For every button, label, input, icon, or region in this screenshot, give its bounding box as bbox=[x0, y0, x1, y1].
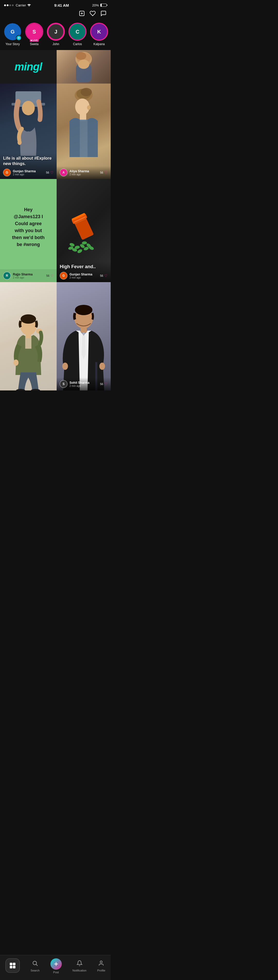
story-item-kalpana[interactable]: K Kalpana bbox=[90, 23, 108, 46]
svg-point-8 bbox=[78, 60, 89, 69]
add-icon[interactable] bbox=[79, 10, 85, 18]
svg-point-6 bbox=[76, 52, 86, 60]
svg-point-39 bbox=[13, 360, 19, 366]
kalpana-avatar-placeholder: K bbox=[91, 24, 107, 40]
post1-likes: 56 ♡ bbox=[46, 170, 54, 175]
battery-icon bbox=[100, 3, 107, 7]
header-image-cell bbox=[57, 50, 111, 84]
brand-logo-cell: mingl bbox=[0, 50, 57, 84]
top-action-bar bbox=[0, 9, 111, 20]
battery-fill bbox=[101, 4, 102, 6]
add-story-btn[interactable]: + bbox=[16, 35, 22, 41]
story-item-your-story[interactable]: G + Your Story bbox=[3, 23, 22, 46]
story-item-sweta[interactable]: S LIVE Sweta bbox=[25, 23, 43, 46]
svg-point-12 bbox=[17, 140, 22, 145]
story-item-carlos[interactable]: C Carlos bbox=[68, 23, 87, 46]
post4-avatar-placeholder: G bbox=[60, 272, 67, 279]
post-sitting-man[interactable] bbox=[0, 282, 57, 390]
your-story-avatar-wrap: G + bbox=[3, 23, 22, 41]
svg-point-46 bbox=[62, 363, 68, 370]
carlos-avatar-wrap: C bbox=[68, 23, 87, 41]
svg-point-25 bbox=[69, 242, 75, 247]
status-right: 20% bbox=[92, 3, 107, 7]
your-story-label: Your Story bbox=[5, 42, 20, 46]
post3-author-info: Rajjo Sharma 2 min ago bbox=[13, 273, 33, 279]
story-item-john[interactable]: J John bbox=[47, 23, 65, 46]
post1-avatar-placeholder: G bbox=[3, 169, 11, 176]
feed-row-1: Life is all about #Explore new things. G… bbox=[0, 84, 111, 179]
green-post-text-area: Hey @James123 I Could agree with you but… bbox=[0, 179, 57, 269]
carlos-avatar-placeholder: C bbox=[70, 24, 85, 40]
sweta-avatar-wrap: S LIVE bbox=[25, 23, 43, 41]
post1-author-row: G Gunjan Sharma 2 min ago 56 ♡ bbox=[3, 169, 54, 177]
svg-rect-45 bbox=[81, 327, 87, 332]
post-gunjan-sharma[interactable]: Life is all about #Explore new things. G… bbox=[0, 84, 57, 179]
header-image-placeholder bbox=[68, 51, 99, 82]
post1-author-left: G Gunjan Sharma 2 min ago bbox=[3, 169, 36, 177]
feed-container: mingl bbox=[0, 50, 111, 390]
post6-likes: 56 ♡ bbox=[100, 382, 107, 386]
post1-quote: Life is all about #Explore new things. bbox=[3, 156, 54, 167]
john-avatar-placeholder: J bbox=[48, 24, 64, 40]
post6-author-name: Sohit Sharma bbox=[70, 381, 89, 385]
status-left: Carrier bbox=[4, 3, 31, 7]
svg-point-30 bbox=[77, 248, 83, 254]
svg-point-44 bbox=[75, 305, 92, 315]
post6-overlay: S Sohit Sharma 2 min ago 56 ♡ bbox=[57, 377, 111, 390]
signal-dot-1 bbox=[4, 5, 6, 6]
live-badge: LIVE bbox=[30, 39, 39, 42]
woman-hat-svg bbox=[8, 86, 49, 158]
aiiya-image bbox=[57, 84, 111, 161]
post4-author-info: Gunjan Sharma 2 min ago bbox=[70, 273, 92, 279]
post-aiiya-sharma[interactable]: A Aiiya Sharma 2 min ago 56 ♡ bbox=[57, 84, 111, 179]
heart-icon[interactable] bbox=[90, 10, 96, 18]
feed-row-3: S Sohit Sharma 2 min ago 56 ♡ bbox=[0, 282, 111, 390]
post2-avatar-placeholder: A bbox=[60, 169, 67, 176]
stories-row: G + Your Story S LIVE Sweta J John bbox=[0, 20, 111, 50]
live-dot bbox=[31, 40, 32, 41]
carlos-label: Carlos bbox=[73, 42, 82, 46]
sitting-man-svg bbox=[5, 293, 52, 390]
signal-dots bbox=[4, 5, 14, 6]
post4-author-name: Gunjan Sharma bbox=[70, 273, 92, 276]
bottom-spacer bbox=[0, 390, 111, 411]
post6-author-info: Sohit Sharma 2 min ago bbox=[70, 381, 89, 387]
post-high-fever[interactable]: High Fever and.. G Gunjan Sharma 2 min a… bbox=[57, 179, 111, 282]
post6-likes-count: 56 bbox=[100, 382, 103, 385]
svg-point-37 bbox=[21, 314, 36, 324]
svg-point-0 bbox=[29, 6, 29, 6]
aiiya-svg bbox=[59, 88, 108, 157]
svg-point-15 bbox=[81, 88, 92, 96]
battery-percentage: 20% bbox=[92, 3, 99, 7]
live-label: LIVE bbox=[32, 39, 38, 41]
post4-likes: 56 ♡ bbox=[100, 274, 107, 278]
post1-time: 2 min ago bbox=[13, 173, 36, 176]
post1-author-info: Gunjan Sharma 2 min ago bbox=[13, 169, 36, 176]
svg-rect-38 bbox=[26, 334, 31, 338]
carlos-avatar: C bbox=[68, 23, 87, 41]
clock: 9:41 AM bbox=[54, 3, 69, 8]
post1-overlay: Life is all about #Explore new things. G… bbox=[0, 153, 57, 179]
post4-time: 2 min ago bbox=[70, 276, 92, 279]
svg-point-17 bbox=[87, 105, 91, 110]
kalpana-avatar: K bbox=[90, 23, 108, 41]
post2-author-info: Aiiya Sharma 2 min ago bbox=[70, 169, 89, 176]
sohit-svg bbox=[58, 287, 109, 390]
post3-author-left: R Rajjo Sharma 2 min ago bbox=[3, 272, 33, 280]
carrier-label: Carrier bbox=[16, 3, 26, 7]
wifi-icon bbox=[27, 3, 31, 7]
signal-dot-4 bbox=[12, 5, 14, 6]
post-sohit-sharma[interactable]: S Sohit Sharma 2 min ago 56 ♡ bbox=[57, 282, 111, 390]
post6-time: 2 min ago bbox=[70, 385, 89, 387]
svg-point-11 bbox=[22, 101, 35, 115]
feed-row-header: mingl bbox=[0, 50, 111, 84]
post4-author-row: G Gunjan Sharma 2 min ago 56 ♡ bbox=[60, 272, 107, 280]
svg-point-47 bbox=[100, 363, 105, 370]
post1-likes-count: 56 bbox=[46, 171, 49, 174]
john-label: John bbox=[52, 42, 59, 46]
post2-author-row: A Aiiya Sharma 2 min ago 56 ♡ bbox=[60, 169, 107, 177]
post4-quote: High Fever and.. bbox=[60, 264, 107, 270]
post-rajjo-sharma[interactable]: Hey @James123 I Could agree with you but… bbox=[0, 179, 57, 282]
sweta-avatar-placeholder: S bbox=[26, 24, 43, 40]
message-icon[interactable] bbox=[100, 10, 107, 18]
